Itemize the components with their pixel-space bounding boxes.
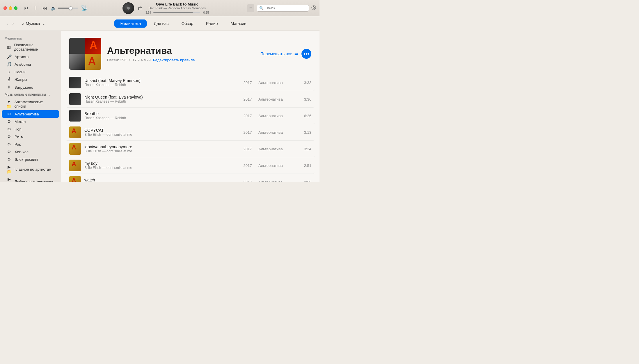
main-artists-label: Главное по артистам	[15, 167, 52, 172]
song-row[interactable]: A watch Billie Eilish — dont smile at me…	[66, 174, 315, 182]
nav-tabs: Медиатека Для вас Обзор Радио Магазин	[52, 19, 315, 28]
song-info: Breathe Павел Хвалеев — Rebirth	[84, 111, 237, 120]
song-row[interactable]: A COPYCAT Billie Eilish — dont smile at …	[66, 124, 315, 141]
close-button[interactable]	[3, 6, 7, 10]
song-art: A	[69, 160, 81, 171]
airplay-button[interactable]: 📡	[81, 5, 87, 11]
tab-store[interactable]: Магазин	[225, 19, 252, 28]
source-dropdown[interactable]: ♪ Музыка ⌄	[19, 20, 48, 27]
minimize-button[interactable]	[9, 6, 12, 10]
music-note-icon: ♪	[22, 21, 24, 26]
header-right: ≡ 🔍 ⓪	[247, 4, 316, 12]
sidebar-item-metal[interactable]: ⚙ Метал	[2, 118, 59, 125]
shuffle-all-button[interactable]: Перемешать все ⇄	[260, 51, 298, 56]
now-playing-title: Give Life Back to Music	[145, 2, 209, 6]
pop-label: Поп	[15, 127, 22, 131]
downloaded-icon: ⬇	[6, 85, 12, 90]
folder-icon: ▾ 📁	[6, 99, 11, 109]
sidebar-item-artists-label: Артисты	[15, 55, 29, 59]
sidebar-item-recent-label: Последние добавленные	[14, 43, 54, 51]
song-row[interactable]: Night Queen (feat. Eva Pavlova) Павел Хв…	[66, 91, 315, 108]
auto-playlist-icon: ⚙	[6, 112, 12, 116]
song-artist: Павел Хвалеев — Rebirth	[84, 99, 237, 104]
edit-rules-button[interactable]: Редактировать правила	[153, 58, 195, 62]
time-progress: 3:59 -0:35	[145, 11, 209, 14]
chevron-down-icon: ⌄	[42, 21, 45, 26]
song-row[interactable]: Unsaid (feat. Matvey Emerson) Павел Хвал…	[66, 74, 315, 91]
sidebar-item-auto-playlists[interactable]: ▾ 📁 Автоматические списки	[2, 98, 59, 110]
song-row[interactable]: A idontwannabeyouanymore Billie Eilish —…	[66, 141, 315, 157]
sidebar-item-main-artists[interactable]: ▶ 📁 Главное по артистам	[2, 163, 59, 175]
song-duration: 2:51	[297, 163, 311, 168]
song-list: Unsaid (feat. Matvey Emerson) Павел Хвал…	[61, 74, 320, 182]
search-icon: 🔍	[259, 6, 264, 10]
metal-label: Метал	[15, 119, 26, 124]
more-options-button[interactable]: •••	[301, 49, 311, 59]
electroswing-label: Электросвинг	[15, 157, 39, 162]
volume-bar[interactable]	[58, 8, 78, 9]
song-title: COPYCAT	[84, 128, 237, 133]
rewind-button[interactable]: ⏮	[23, 5, 29, 11]
sidebar-item-rhythm[interactable]: ⚙ Ритм	[2, 133, 59, 140]
sidebar-item-downloaded[interactable]: ⬇ Загружено	[2, 83, 59, 91]
more-options-icon: •••	[304, 51, 309, 57]
pop-icon: ⚙	[6, 127, 12, 131]
search-input[interactable]	[265, 6, 303, 10]
song-year: 2017	[240, 130, 255, 135]
song-title: Night Queen (feat. Eva Pavlova)	[84, 95, 237, 99]
song-row[interactable]: Breathe Павел Хвалеев — Rebirth 2017 Аль…	[66, 108, 315, 124]
sidebar-item-albums[interactable]: 🎵 Альбомы	[2, 60, 59, 68]
song-duration: 3:24	[297, 147, 311, 151]
song-row[interactable]: A my boy Billie Eilish — dont smile at m…	[66, 157, 315, 174]
song-genre: Альтернатива	[258, 180, 293, 182]
song-duration: 2:58	[297, 180, 311, 182]
profile-button[interactable]: ⓪	[311, 5, 316, 11]
shuffle-icon[interactable]: ⇄	[138, 5, 142, 11]
pause-button[interactable]: ⏸	[33, 5, 38, 11]
fullscreen-button[interactable]	[14, 6, 17, 10]
forward-button[interactable]: ›	[11, 20, 16, 27]
sidebar-item-pop[interactable]: ⚙ Поп	[2, 125, 59, 133]
sidebar-item-genres[interactable]: 𝄞 Жанры	[2, 76, 59, 83]
progress-fill	[153, 12, 193, 13]
song-year: 2017	[240, 97, 255, 101]
fast-forward-button[interactable]: ⏭	[42, 5, 48, 11]
tab-radio[interactable]: Радио	[200, 19, 223, 28]
folder3-icon: ▶ 📁	[6, 177, 12, 182]
tab-library[interactable]: Медиатека	[114, 19, 147, 28]
volume-thumb	[69, 6, 72, 10]
sidebar: Медиатека ▦ Последние добавленные 🎤 Арти…	[0, 31, 61, 182]
progress-bar[interactable]	[153, 12, 200, 13]
volume-control[interactable]: 🔈	[51, 5, 78, 11]
song-artist: Billie Eilish — dont smile at me	[84, 133, 237, 137]
song-title: Breathe	[84, 111, 237, 116]
sidebar-item-alternativa[interactable]: ⚙ Альтернатива	[2, 110, 59, 118]
art-q2	[85, 38, 101, 54]
playlists-section-header[interactable]: Музыкальные плейлисты ⌄	[0, 91, 61, 98]
titlebar: ⏮ ⏸ ⏭ 🔈 📡 ⇄ Give Life Back to Music Daft…	[0, 0, 320, 16]
song-title: my boy	[84, 161, 237, 166]
tab-browse[interactable]: Обзор	[176, 19, 199, 28]
tab-for-you[interactable]: Для вас	[148, 19, 174, 28]
sidebar-item-songs[interactable]: ♪ Песни	[2, 68, 59, 76]
rock-label: Рок	[15, 142, 21, 147]
navbar: ‹ › ♪ Музыка ⌄ Медиатека Для вас Обзор Р…	[0, 16, 320, 31]
sidebar-item-artists[interactable]: 🎤 Артисты	[2, 53, 59, 60]
song-artist: Billie Eilish — dont smile at me	[84, 166, 237, 170]
sidebar-item-rock[interactable]: ⚙ Рок	[2, 140, 59, 148]
art-q3	[69, 54, 85, 70]
sidebar-item-favorites[interactable]: ▶ 📁 Любимые композиции	[2, 175, 59, 182]
back-button[interactable]: ‹	[5, 20, 10, 27]
queue-button[interactable]: ≡	[247, 4, 254, 12]
playlist-duration: 17 ч 4 мин	[132, 58, 151, 62]
now-playing-art	[123, 2, 134, 14]
sidebar-item-hiphop[interactable]: ⚙ Хип-хоп	[2, 148, 59, 156]
song-title: Unsaid (feat. Matvey Emerson)	[84, 78, 237, 83]
electroswing-icon: ⚙	[6, 157, 12, 162]
search-box[interactable]: 🔍	[257, 5, 309, 12]
song-duration: 6:26	[297, 114, 311, 118]
sidebar-item-recent[interactable]: ▦ Последние добавленные	[2, 41, 59, 53]
sidebar-item-electroswing[interactable]: ⚙ Электросвинг	[2, 156, 59, 163]
sidebar-item-downloaded-label: Загружено	[15, 85, 33, 90]
playlist-art	[69, 38, 101, 70]
